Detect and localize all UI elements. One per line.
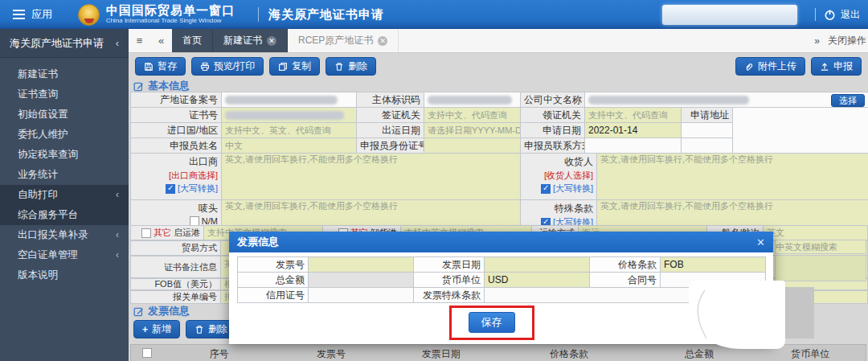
invoice-list-actions: + 新增 删除 [133, 320, 236, 338]
redacted-value [428, 96, 512, 105]
modal-close-icon[interactable]: ✕ [756, 236, 765, 248]
modal-header[interactable]: 发票信息 ✕ [229, 232, 773, 252]
sidebar-item-3[interactable]: 委托人维护 [0, 125, 129, 145]
vessel-input[interactable]: 英文 [764, 225, 868, 240]
exporter-textarea[interactable]: 英文,请使用回车换行,不能使用多个空格换行 [222, 154, 521, 200]
tab-1[interactable]: 新建证书✕ [213, 29, 288, 52]
modal-title: 发票信息 [237, 235, 279, 249]
tab-close-icon[interactable]: ✕ [267, 36, 276, 46]
header-divider-2 [815, 8, 816, 21]
copy-button[interactable]: 复制 [269, 57, 320, 76]
sidebar-item-label: 委托人维护 [18, 129, 68, 140]
sidebar-item-label: 综合服务平台 [18, 209, 78, 220]
tab-label: 新建证书 [223, 34, 262, 47]
tab-menu-icon[interactable]: ≡ [129, 29, 150, 52]
consignee-select-link[interactable]: [收货人选择] [544, 170, 593, 182]
exporter-select-link[interactable]: [出口商选择] [169, 170, 218, 182]
cargo-table: 出口商 [出口商选择] [大写转换] 英文,请使用回车换行,不能使用多个空格换行… [130, 153, 868, 231]
white-redaction-blob [689, 281, 785, 349]
invoice-section-title: 发票信息 [133, 304, 190, 318]
save-draft-button[interactable]: 暂存 [135, 57, 186, 76]
save-draft-label: 暂存 [158, 59, 177, 73]
declarant-contact-input[interactable] [585, 138, 682, 154]
menu-icon[interactable] [13, 14, 25, 15]
uppercase-toggle[interactable]: [大写转换] [541, 183, 593, 195]
tab-label: RCEP原产地证书 [298, 34, 373, 47]
sidebar-item-5[interactable]: 业务统计 [0, 165, 129, 185]
select-all-checkbox[interactable] [142, 348, 152, 358]
invoice-date-input[interactable] [485, 257, 590, 273]
fuzzy-search-input-fragment[interactable]: 中英文模糊搜索 [775, 240, 866, 254]
issue-org-input[interactable]: 支持中文、代码查询 [585, 108, 682, 123]
invoice-no-input[interactable] [309, 257, 414, 273]
trash-icon [194, 325, 204, 334]
exporter-label-cell: 出口商 [出口商选择] [大写转换] [131, 154, 222, 200]
consignee-textarea[interactable]: 英文,请使用回车换行,不能使用多个空格换行 [597, 154, 868, 200]
other-label: 其它 [154, 227, 171, 239]
sidebar-item-label: 自助打印 [18, 189, 58, 200]
preview-print-button[interactable]: 预览/打印 [191, 57, 264, 76]
sidebar-item-label: 版本说明 [18, 269, 58, 281]
apply-address-input[interactable] [733, 108, 868, 154]
tab-2[interactable]: RCEP原产地证书✕ [288, 29, 399, 52]
field-label: 总金额 [238, 273, 309, 288]
add-invoice-label: 新增 [152, 322, 171, 336]
save-button[interactable]: 保存 [469, 312, 515, 333]
attachment-upload-button[interactable]: 附件上传 [735, 57, 805, 76]
sidebar-item-label: 证书查询 [18, 88, 58, 100]
select-company-button[interactable]: 选择 [831, 94, 865, 107]
sidebar-item-6[interactable]: 自助打印‹ [0, 185, 129, 205]
tabs-scroll-left-icon[interactable]: « [150, 29, 172, 52]
checkbox-checked-icon[interactable] [166, 184, 175, 194]
field-label: 证书备注信息 [164, 261, 217, 273]
import-country-input[interactable]: 支持中文、英文、代码查询 [222, 123, 357, 138]
declarant-id-input[interactable] [424, 138, 521, 154]
sidebar-item-8[interactable]: 出口报关单补录‹ [0, 225, 129, 245]
redacted-value [588, 96, 749, 105]
power-icon[interactable] [824, 9, 836, 21]
tab-0[interactable]: 首页 [172, 29, 213, 52]
sidebar-item-7[interactable]: 综合服务平台 [0, 205, 129, 225]
add-invoice-button[interactable]: + 新增 [133, 320, 180, 338]
sidebar-item-1[interactable]: 证书查询 [0, 84, 129, 105]
declarant-name-input[interactable]: 中文 [222, 138, 357, 154]
lc-no-input[interactable] [309, 288, 414, 303]
tabs-scroll-right-icon[interactable]: » [814, 35, 820, 47]
visa-org-input[interactable]: 支持中文、代码查询 [424, 108, 521, 123]
invoice-table-header-cell: 发票号 [275, 347, 387, 361]
placeholder-text: 中文 [225, 141, 243, 150]
cert-no-input[interactable] [222, 108, 357, 123]
uppercase-toggle[interactable]: [大写转换] [166, 183, 218, 195]
uppercase-label: [大写转换] [178, 183, 218, 195]
tab-close-icon[interactable]: ✕ [378, 36, 387, 46]
field-label: 公司中文名称 [521, 92, 585, 108]
sidebar-item-4[interactable]: 协定税率查询 [0, 145, 129, 165]
field-label: 发票日期 [414, 257, 485, 273]
sidebar-item-9[interactable]: 空白证单管理‹ [0, 245, 129, 265]
attachment-upload-label: 附件上传 [758, 59, 796, 73]
close-operations-menu[interactable]: 关闭操作 [828, 34, 866, 47]
price-terms-input[interactable]: FOB [661, 257, 766, 273]
placeholder-text: 英文,请使用回车换行,不能使用多个空格换行 [225, 201, 398, 211]
tabs-container: 首页新建证书✕RCEP原产地证书✕ [172, 29, 399, 52]
sidebar-item-10[interactable]: 版本说明 [0, 265, 129, 285]
sidebar-item-2[interactable]: 初始值设置 [0, 105, 129, 125]
checkbox-checked-icon[interactable] [541, 184, 551, 194]
sidebar-title[interactable]: 海关原产地证书申请 ‹ [0, 29, 129, 58]
delete-button[interactable]: 删除 [326, 57, 376, 76]
currency-input[interactable]: USD [485, 273, 590, 288]
apply-date-input[interactable]: 2022-01-14 [585, 123, 682, 138]
logout-button[interactable]: 退出 [841, 8, 860, 22]
placeholder-text: 英文,请使用回车换行,不能使用多个空格换行 [600, 201, 773, 211]
declare-button[interactable]: 申报 [811, 57, 862, 76]
placeholder-text: 英文,请使用回车换行,不能使用多个空格换行 [225, 154, 398, 164]
ship-date-input[interactable]: 请选择日期YYYY-MM-DD [424, 123, 521, 138]
company-cn-input[interactable]: 选择 [585, 92, 868, 108]
checkbox-icon[interactable] [141, 228, 151, 238]
entity-code-input[interactable] [424, 92, 521, 108]
app-menu-label[interactable]: 应用 [31, 7, 52, 22]
field-label: 签证机关 [357, 108, 424, 123]
sidebar-item-0[interactable]: 新建证书 [0, 64, 129, 84]
record-no-input[interactable] [222, 92, 357, 108]
delete-label: 删除 [348, 59, 367, 73]
